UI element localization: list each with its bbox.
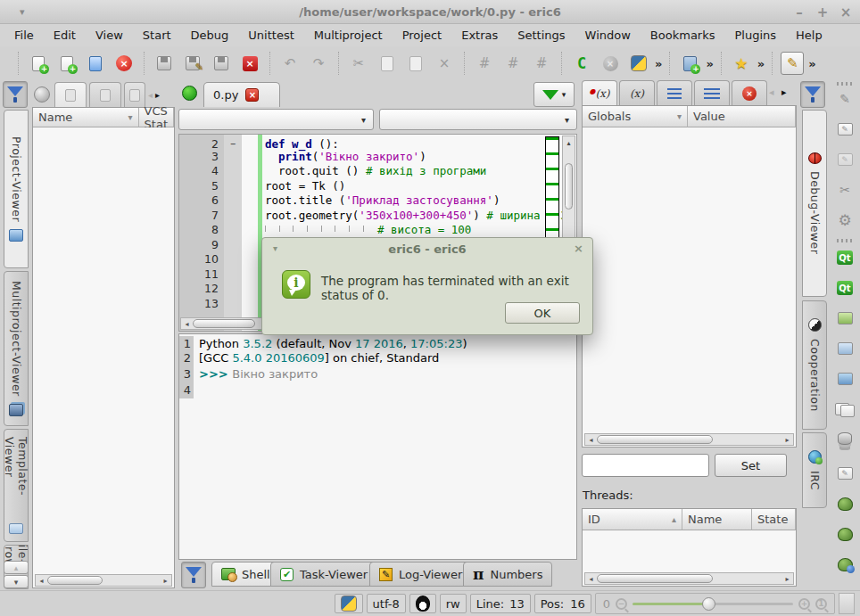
uncomment-button[interactable]: # — [501, 52, 525, 75]
toolbar-overflow-1[interactable]: » — [653, 57, 664, 70]
window-shade-icon[interactable]: ▾ — [20, 6, 25, 18]
menu-view[interactable]: View — [86, 26, 133, 45]
save-as-button[interactable]: ✎ — [181, 52, 204, 75]
right-filter-button[interactable] — [800, 81, 825, 108]
ui-previewer-icon[interactable] — [835, 308, 855, 328]
toolbar-overflow-4[interactable]: » — [806, 57, 817, 70]
globals-col-header[interactable]: Globals▾ — [583, 106, 688, 127]
value-col-header[interactable]: Value — [688, 106, 796, 127]
toolbar-overflow-3[interactable]: » — [756, 57, 766, 70]
sidebar-scroll-down-button[interactable]: ▾ — [4, 575, 29, 588]
sidebar-tab-irc[interactable]: IRC — [802, 432, 827, 508]
tools-icon[interactable]: ✂ — [835, 180, 855, 200]
left-filter-button[interactable] — [3, 81, 28, 108]
eol-tux-icon[interactable] — [409, 594, 436, 613]
icon-editor-icon[interactable] — [835, 494, 855, 513]
mini-editor-icon[interactable]: ✎ — [835, 464, 855, 483]
zoom-in-icon[interactable]: + — [798, 598, 810, 610]
snapshot-icon[interactable] — [835, 524, 855, 544]
project-sources-tab[interactable] — [54, 82, 87, 107]
sql-browser-icon[interactable] — [835, 431, 855, 451]
project-tree-body[interactable] — [33, 127, 174, 573]
debug-tab-callstack[interactable] — [657, 80, 692, 105]
zoom-slider-handle[interactable] — [702, 597, 715, 611]
debug-filter-input[interactable] — [582, 454, 709, 477]
close-file-button[interactable]: × — [112, 52, 136, 75]
menu-start[interactable]: Start — [133, 26, 181, 45]
menu-multiproject[interactable]: Multiproject — [304, 26, 393, 45]
settings-gear-icon[interactable]: ⚙ — [835, 210, 855, 230]
edit-mode-button[interactable]: ✎ — [781, 52, 804, 75]
delete-button[interactable]: × — [433, 52, 456, 75]
tab-task-viewer[interactable]: ✔ Task-Viewer — [270, 562, 377, 587]
sidebar-scroll-up-button[interactable]: ▴ — [4, 561, 29, 574]
debug-tab-locals[interactable]: (x) — [619, 80, 655, 105]
menu-help[interactable]: Help — [786, 26, 832, 45]
toggle-comment-button[interactable]: # — [530, 52, 553, 75]
debug-tab-globals[interactable]: ●(x) — [582, 80, 617, 105]
threads-col-id[interactable]: ID▴ — [583, 509, 682, 530]
copy-button[interactable] — [376, 52, 399, 75]
menu-project[interactable]: Project — [393, 26, 451, 45]
debug-tabs-right-arrow[interactable]: ▸ — [781, 86, 787, 98]
globals-hscrollbar[interactable]: ◂ ▸ — [584, 433, 794, 446]
project-col-vcs[interactable]: VCS Stat — [139, 108, 174, 127]
menu-plugins[interactable]: Plugins — [725, 26, 787, 45]
project-tabs-right-arrow[interactable]: ▸ — [155, 90, 160, 100]
project-tabs-left-arrow[interactable]: ◂ — [148, 90, 153, 100]
menu-settings[interactable]: Settings — [508, 26, 575, 45]
cut-button[interactable]: ✂ — [347, 52, 370, 75]
menu-window[interactable]: Window — [575, 26, 641, 45]
shell-panel[interactable]: 1 Python 3.5.2 (default, Nov 17 2016, 17… — [178, 333, 577, 560]
qt-designer-icon[interactable]: Qt — [835, 248, 855, 267]
bottom-filter-button[interactable] — [181, 562, 206, 588]
stop-button[interactable]: × — [599, 52, 622, 75]
close-all-button[interactable]: × — [238, 52, 261, 75]
dialog-close-icon[interactable]: × — [574, 242, 583, 255]
toolbar-overflow-2[interactable]: » — [704, 57, 715, 70]
sidebar-tab-debug-viewer[interactable]: Debug-Viewer — [802, 110, 827, 297]
resize-grip[interactable] — [839, 593, 855, 614]
class-combo[interactable]: ▾ — [178, 109, 374, 130]
minimize-button[interactable]: – — [792, 4, 806, 21]
preferences-icon[interactable]: ✎ — [835, 89, 855, 109]
paste-special-button[interactable]: + — [678, 52, 701, 75]
permissions-indicator[interactable]: rw — [440, 594, 467, 613]
right-toolbar-handle[interactable] — [837, 82, 855, 86]
dialog-shade-icon[interactable]: ▾ — [273, 243, 277, 253]
undo-button[interactable]: ↶ — [278, 52, 302, 75]
zoom-slider[interactable] — [633, 597, 793, 610]
project-hscrollbar[interactable]: ◂ ▸ — [35, 574, 172, 587]
configure-window-icon[interactable]: ✎ — [835, 119, 855, 139]
comment-button[interactable]: # — [473, 52, 496, 75]
open-file-button[interactable] — [84, 52, 107, 75]
tab-log-viewer[interactable]: ✎ Log-Viewer — [369, 562, 472, 587]
menu-unittest[interactable]: Unittest — [238, 26, 303, 45]
set-button[interactable]: Set — [715, 454, 787, 477]
close-button[interactable]: × — [839, 4, 853, 21]
zoom-reset-icon[interactable]: 1 — [815, 598, 827, 610]
plugin-install-icon[interactable] — [835, 369, 855, 389]
bookmark-button[interactable]: ★ — [730, 52, 753, 75]
threads-col-name[interactable]: Name — [682, 509, 752, 530]
editor-tab-0py[interactable]: 0.py × — [203, 82, 280, 107]
menu-bookmarks[interactable]: Bookmarks — [641, 26, 725, 45]
python-tools-button[interactable] — [627, 52, 650, 75]
threads-table-body[interactable] — [583, 530, 796, 571]
menu-edit[interactable]: Edit — [44, 26, 86, 45]
web-browser-icon[interactable] — [835, 554, 855, 574]
threads-hscrollbar[interactable]: ◂ ▸ — [584, 572, 794, 585]
project-others-tab[interactable] — [124, 82, 145, 107]
method-combo[interactable]: ▾ — [379, 109, 577, 130]
threads-col-state[interactable]: State — [752, 509, 796, 530]
compare-files-icon[interactable] — [835, 399, 855, 419]
encoding-indicator[interactable]: utf-8 — [367, 594, 406, 613]
new-file-button[interactable]: + — [55, 52, 79, 75]
menu-debug[interactable]: Debug — [181, 26, 239, 45]
tr-previewer-icon[interactable] — [835, 339, 855, 358]
zoom-out-icon[interactable]: − — [616, 598, 627, 610]
dialog-ok-button[interactable]: OK — [505, 302, 580, 324]
sidebar-tab-multiproject-viewer[interactable]: Multiproject-Viewer — [4, 271, 29, 426]
editor-tab-close-icon[interactable]: × — [245, 88, 259, 102]
sidebar-tab-template-viewer[interactable]: Template-Viewer — [4, 429, 29, 542]
